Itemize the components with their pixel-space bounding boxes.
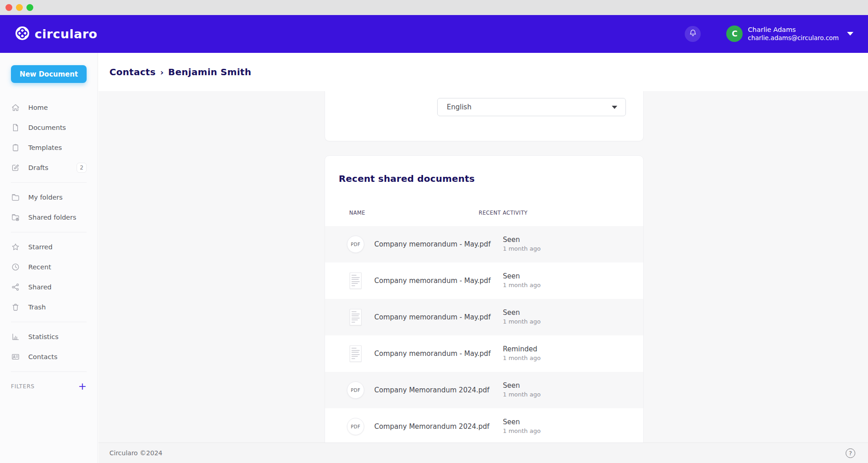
activity-time: 1 month ago bbox=[503, 281, 541, 289]
document-row[interactable]: PDFCompany Memorandum 2024.pdfSeen1 mont… bbox=[325, 408, 643, 442]
activity-status: Reminded bbox=[503, 345, 541, 354]
notifications-button[interactable] bbox=[685, 26, 701, 42]
recent-shared-documents-card: Recent shared documents NAME RECENT ACTI… bbox=[325, 155, 644, 442]
main-area: Contacts › Benjamin Smith Language Engli… bbox=[98, 53, 868, 463]
pdf-file-icon: PDF bbox=[347, 236, 364, 253]
breadcrumb: Contacts › Benjamin Smith bbox=[98, 53, 868, 91]
column-header-activity: RECENT ACTIVITY bbox=[479, 210, 527, 216]
circularo-logo[interactable]: circularo bbox=[15, 26, 98, 42]
sidebar-item-shared[interactable]: Shared bbox=[0, 277, 98, 297]
document-thumbnail-icon bbox=[350, 273, 362, 289]
brand-name: circularo bbox=[35, 27, 98, 41]
new-document-button[interactable]: New Document bbox=[11, 65, 87, 83]
sidebar-item-starred[interactable]: Starred bbox=[0, 237, 98, 257]
activity-time: 1 month ago bbox=[503, 427, 541, 435]
card-title: Recent shared documents bbox=[339, 173, 643, 184]
breadcrumb-contacts[interactable]: Contacts bbox=[109, 67, 155, 77]
documents-table: PDFCompany memorandum - May.pdfSeen1 mon… bbox=[325, 226, 643, 442]
document-thumbnail-icon bbox=[350, 345, 362, 362]
sidebar-divider bbox=[11, 182, 87, 183]
language-select[interactable]: English bbox=[437, 98, 626, 116]
page-title: Benjamin Smith bbox=[168, 67, 251, 77]
home-icon bbox=[11, 103, 20, 112]
sidebar-item-home[interactable]: Home bbox=[0, 98, 98, 118]
user-name: Charlie Adams bbox=[748, 26, 839, 34]
activity-time: 1 month ago bbox=[503, 317, 541, 326]
pencil-square-icon bbox=[11, 163, 20, 172]
sidebar-item-trash[interactable]: Trash bbox=[0, 297, 98, 317]
zoom-button[interactable] bbox=[26, 4, 33, 11]
sidebar-item-statistics[interactable]: Statistics bbox=[0, 327, 98, 347]
document-icon bbox=[11, 123, 20, 132]
macos-titlebar bbox=[0, 0, 868, 15]
table-header: NAME RECENT ACTIVITY bbox=[325, 210, 643, 216]
sidebar-item-label: Recent bbox=[28, 263, 51, 271]
clock-icon bbox=[11, 262, 20, 272]
id-card-icon bbox=[11, 352, 20, 361]
sidebar-divider bbox=[11, 232, 87, 232]
sidebar-item-contacts[interactable]: Contacts bbox=[0, 347, 98, 367]
circularo-logo-icon bbox=[15, 26, 30, 42]
sidebar-item-drafts[interactable]: Drafts2 bbox=[0, 158, 98, 178]
user-email: charlie.adams@circularo.com bbox=[748, 34, 839, 42]
sidebar-divider bbox=[11, 322, 87, 322]
sidebar-item-label: Documents bbox=[28, 124, 66, 131]
content-scroll-area: Language English Recent shared documents… bbox=[98, 91, 868, 442]
sidebar-nav: HomeDocumentsTemplatesDrafts2My foldersS… bbox=[0, 98, 98, 372]
document-name: Company memorandum - May.pdf bbox=[374, 350, 503, 358]
sidebar-item-my-folders[interactable]: My folders bbox=[0, 187, 98, 207]
document-name: Company memorandum - May.pdf bbox=[374, 277, 503, 285]
contact-settings-card: Language English bbox=[325, 91, 644, 141]
document-name: Company Memorandum 2024.pdf bbox=[374, 422, 503, 431]
document-row[interactable]: Company memorandum - May.pdfReminded1 mo… bbox=[325, 335, 643, 372]
sidebar: New Document HomeDocumentsTemplatesDraft… bbox=[0, 53, 98, 463]
language-select-value: English bbox=[447, 103, 471, 111]
sidebar-item-shared-folders[interactable]: Shared folders bbox=[0, 207, 98, 227]
document-row[interactable]: PDFCompany memorandum - May.pdfSeen1 mon… bbox=[325, 226, 643, 262]
activity-status: Seen bbox=[503, 381, 541, 390]
shared-folder-icon bbox=[11, 213, 20, 222]
folder-icon bbox=[11, 193, 20, 202]
language-label-clipped: Language bbox=[455, 91, 489, 92]
copyright-text: Circularo ©2024 bbox=[109, 449, 162, 457]
activity-time: 1 month ago bbox=[503, 390, 541, 399]
activity-time: 1 month ago bbox=[503, 354, 541, 362]
filters-row: FILTERS + bbox=[0, 376, 98, 396]
pdf-file-icon: PDF bbox=[347, 381, 364, 399]
activity-status: Seen bbox=[503, 418, 541, 427]
user-menu[interactable]: C Charlie Adams charlie.adams@circularo.… bbox=[726, 26, 853, 42]
sidebar-divider bbox=[11, 371, 87, 372]
sidebar-item-label: My folders bbox=[28, 194, 62, 201]
app-window: circularo C Charlie Adams charlie.adams@… bbox=[0, 0, 868, 463]
close-button[interactable] bbox=[5, 4, 12, 11]
sidebar-item-templates[interactable]: Templates bbox=[0, 138, 98, 158]
activity-status: Seen bbox=[503, 272, 541, 281]
bell-icon bbox=[688, 29, 698, 39]
chevron-down-icon bbox=[847, 32, 853, 36]
share-icon bbox=[11, 283, 20, 292]
help-icon[interactable]: ? bbox=[846, 448, 855, 458]
clipboard-icon bbox=[11, 143, 20, 152]
minimize-button[interactable] bbox=[16, 4, 23, 11]
activity-status: Seen bbox=[503, 309, 541, 317]
sidebar-item-label: Trash bbox=[28, 304, 46, 311]
sidebar-item-label: Shared bbox=[28, 283, 52, 291]
document-row[interactable]: Company memorandum - May.pdfSeen1 month … bbox=[325, 262, 643, 299]
activity-status: Seen bbox=[503, 236, 541, 244]
document-name: Company memorandum - May.pdf bbox=[374, 313, 503, 321]
sidebar-item-label: Statistics bbox=[28, 333, 58, 340]
app-header: circularo C Charlie Adams charlie.adams@… bbox=[0, 15, 868, 53]
select-chevron-down-icon bbox=[612, 106, 617, 109]
activity-time: 1 month ago bbox=[503, 244, 541, 253]
sidebar-item-label: Drafts bbox=[28, 164, 48, 171]
document-row[interactable]: Company memorandum - May.pdfSeen1 month … bbox=[325, 299, 643, 335]
sidebar-item-label: Shared folders bbox=[28, 214, 76, 221]
sidebar-item-recent[interactable]: Recent bbox=[0, 257, 98, 277]
document-row[interactable]: PDFCompany Memorandum 2024.pdfSeen1 mont… bbox=[325, 372, 643, 408]
sidebar-item-label: Templates bbox=[28, 144, 62, 151]
sidebar-item-label: Starred bbox=[28, 243, 52, 251]
plus-icon[interactable]: + bbox=[78, 381, 87, 391]
sidebar-item-label: Home bbox=[28, 104, 48, 111]
filters-label: FILTERS bbox=[11, 383, 35, 390]
sidebar-item-documents[interactable]: Documents bbox=[0, 118, 98, 138]
